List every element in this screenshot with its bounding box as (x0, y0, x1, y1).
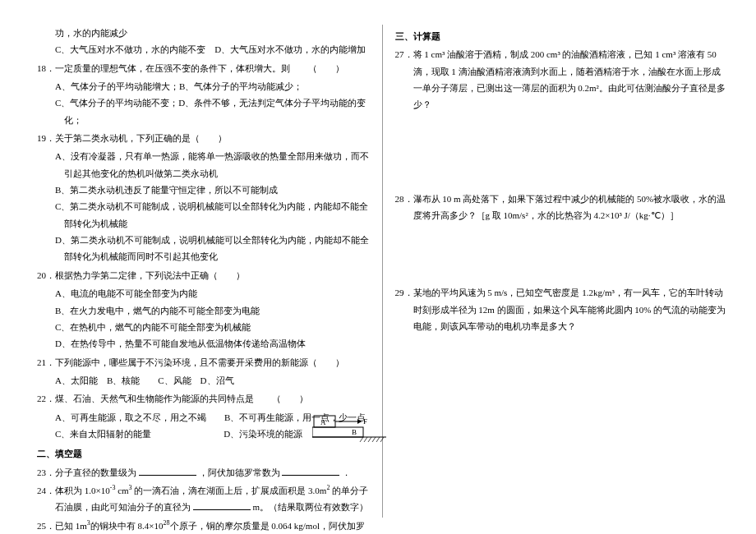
q20-option-a: A、电流的电能不可能全部变为内能 (37, 285, 370, 302)
section-2-heading: 二、填空题 (37, 445, 370, 462)
q24-blank[interactable] (193, 501, 251, 510)
svg-line-9 (376, 437, 380, 442)
q24-text-e: m。（结果取两位有效数字） (253, 502, 369, 512)
q27-workspace (395, 115, 728, 189)
q24-text-b: cm (115, 486, 128, 495)
fig-label-b: B (352, 428, 357, 436)
q17-options-cd: C、大气压对水不做功，水的内能不变 D、大气压对水不做功，水的内能增加 (37, 41, 370, 58)
svg-line-5 (360, 437, 363, 442)
q17-option-d: D、大气压对水不做功，水的内能增加 (214, 44, 366, 54)
exam-page: 功，水的内能减少 C、大气压对水不做功，水的内能不变 D、大气压对水不做功，水的… (0, 0, 756, 534)
q20-option-c: C、在热机中，燃气的内能不可能全部变为机械能 (37, 319, 370, 335)
q21-options: A、太阳能 B、核能 C、风能 D、沼气 (37, 372, 370, 389)
q23-blank-2[interactable] (282, 467, 339, 476)
q28: 28．瀑布从 10 m 高处落下，如果下落过程中减少的机械能的 50%被水吸收，… (395, 191, 728, 224)
q23: 23．分子直径的数量级为 ，阿伏加德罗常数为 ． (37, 464, 370, 481)
q27: 27．将 1 cm³ 油酸溶于酒精，制成 200 cm³ 的油酸酒精溶液，已知 … (395, 46, 728, 113)
q24-text-a: 24．体积为 1.0×10 (37, 486, 110, 495)
q28-workspace (395, 225, 728, 283)
q23-text-a: 23．分子直径的数量级为 (37, 467, 136, 477)
q19-option-b: B、第二类永动机违反了能量守恒定律，所以不可能制成 (37, 182, 370, 198)
q24: 24．体积为 1.0×10-3 cm3 的一滴石油，滴在湖面上后，扩展成面积是 … (37, 482, 370, 516)
svg-line-7 (368, 437, 371, 442)
q25: 25．已知 1m3的铜块中有 8.4×1028个原子，铜的摩尔质量是 0.064… (37, 518, 370, 534)
q21-stem: 21．下列能源中，哪些属于不污染环境，且不需要开采费用的新能源（ ） (37, 354, 370, 371)
q18-option-ab: A、气体分子的平均动能增大；B、气体分子的平均动能减少； (37, 78, 370, 94)
right-column: 三、计算题 27．将 1 cm³ 油酸溶于酒精，制成 200 cm³ 的油酸酒精… (383, 25, 740, 518)
fig-label-f: F (363, 417, 367, 426)
fig-label-a: A (320, 418, 326, 426)
q23-text-b: ，阿伏加德罗常数为 (199, 467, 280, 477)
q20-option-b: B、在火力发电中，燃气的内能不可能全部变为电能 (37, 302, 370, 319)
q29: 29．某地的平均风速为 5 m/s，已知空气密度是 1.2kg/m³，有一风车，… (395, 284, 728, 334)
q20-stem: 20．根据热力学第二定律，下列说法中正确（ ） (37, 267, 370, 283)
q25-text-b: 的铜块中有 8.4×10 (90, 521, 164, 531)
svg-marker-2 (357, 419, 362, 424)
q19-option-a: A、没有冷凝器，只有单一热源，能将单一热源吸收的热量全部用来做功，而不引起其他变… (37, 148, 370, 182)
q17-option-cont: 功，水的内能减少 (37, 25, 370, 41)
q19-option-c: C、第二类永动机不可能制成，说明机械能可以全部转化为内能，内能却不能全部转化为机… (37, 198, 370, 232)
q18-option-cd: C、气体分子的平均动能不变；D、条件不够，无法判定气体分子平均动能的变化； (37, 94, 370, 128)
q20-option-d: D、在热传导中，热量不可能自发地从低温物体传递给高温物体 (37, 335, 370, 352)
q24-text-c: 的一滴石油，滴在湖面上后，扩展成面积是 3.0m (132, 486, 327, 495)
section-3-heading: 三、计算题 (395, 28, 728, 44)
svg-line-6 (364, 437, 367, 442)
q19-option-d: D、第二类永动机不可能制成，说明机械能可以全部转化为内能，内能却不能全部转化为机… (37, 232, 370, 265)
q25-sup-2: 28 (164, 519, 170, 527)
svg-line-8 (372, 437, 376, 442)
svg-line-10 (380, 437, 384, 442)
q22-stem: 22．煤、石油、天然气和生物能作为能源的共同特点是 （ ） (37, 390, 370, 407)
q18-stem: 18．一定质量的理想气体，在压强不变的条件下，体积增大。则 （ ） (37, 60, 370, 76)
q26-figure: A F B (312, 414, 386, 445)
q23-blank-1[interactable] (139, 467, 196, 476)
q25-text-a: 25．已知 1m (37, 521, 87, 531)
q19-stem: 19．关于第二类永动机，下列正确的是（ ） (37, 130, 370, 146)
q23-text-c: ． (342, 467, 351, 477)
q17-option-c: C、大气压对水不做功，水的内能不变 (55, 44, 205, 54)
